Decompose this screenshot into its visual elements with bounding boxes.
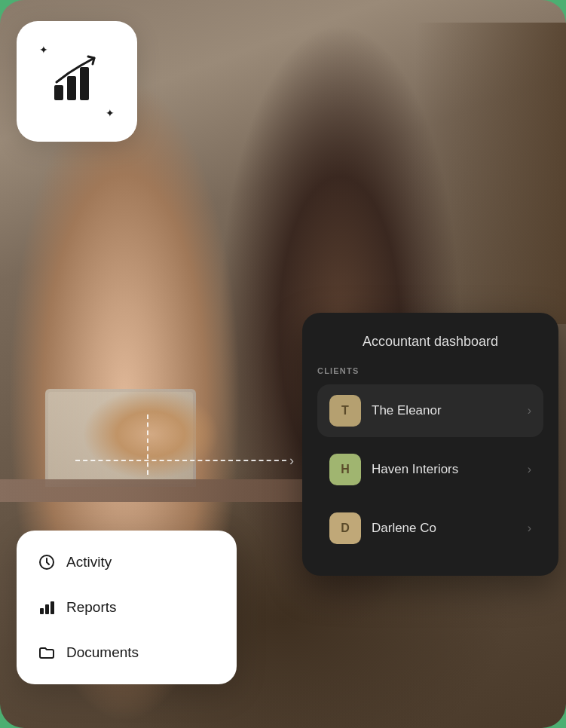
arrow-head-icon: › xyxy=(289,454,294,467)
table xyxy=(0,479,317,502)
dashboard-card: Accountant dashboard CLIENTS TThe Eleano… xyxy=(302,313,558,576)
menu-card: Activity Reports Documents xyxy=(17,531,237,684)
sparkle-bottom-icon: ✦ xyxy=(106,107,115,119)
sparkle-top-icon: ✦ xyxy=(39,44,48,56)
client-list: TThe Eleanor›HHaven Interiors›DDarlene C… xyxy=(317,384,543,555)
svg-rect-4 xyxy=(40,608,44,614)
svg-rect-1 xyxy=(67,76,76,100)
client-avatar-eleanor: T xyxy=(329,395,361,427)
client-avatar-haven: H xyxy=(329,454,361,485)
chevron-right-icon: › xyxy=(528,522,531,535)
svg-rect-2 xyxy=(80,67,89,100)
folder-icon xyxy=(38,644,56,662)
icon-card-inner: ✦ ✦ xyxy=(43,47,111,115)
bar-chart-icon xyxy=(50,54,103,109)
clock-icon xyxy=(38,553,56,571)
menu-item-activity[interactable]: Activity xyxy=(26,540,228,585)
client-avatar-darlene: D xyxy=(329,512,361,544)
client-name-eleanor: The Eleanor xyxy=(372,403,517,418)
chevron-right-icon: › xyxy=(528,463,531,476)
menu-item-reports[interactable]: Reports xyxy=(26,585,228,630)
dashed-line-segment xyxy=(75,460,286,461)
svg-rect-0 xyxy=(54,85,63,100)
activity-label: Activity xyxy=(66,554,112,570)
client-name-darlene: Darlene Co xyxy=(372,521,517,536)
dashboard-title: Accountant dashboard xyxy=(317,334,543,350)
documents-label: Documents xyxy=(66,644,139,661)
bar-chart-small-icon xyxy=(38,598,56,616)
client-row-darlene[interactable]: DDarlene Co› xyxy=(317,502,543,555)
client-row-haven[interactable]: HHaven Interiors› xyxy=(317,443,543,496)
dashed-arrow: › xyxy=(75,460,294,461)
chevron-right-icon: › xyxy=(528,404,531,418)
clients-section-label: CLIENTS xyxy=(317,366,543,375)
svg-rect-6 xyxy=(50,601,54,614)
hands-area xyxy=(75,389,226,479)
client-name-haven: Haven Interiors xyxy=(372,462,517,477)
stats-icon-card: ✦ ✦ xyxy=(17,21,137,142)
vertical-dashed-line xyxy=(147,414,148,475)
client-row-eleanor[interactable]: TThe Eleanor› xyxy=(317,384,543,437)
menu-item-documents[interactable]: Documents xyxy=(26,630,228,675)
svg-rect-5 xyxy=(45,604,49,614)
reports-label: Reports xyxy=(66,599,117,616)
